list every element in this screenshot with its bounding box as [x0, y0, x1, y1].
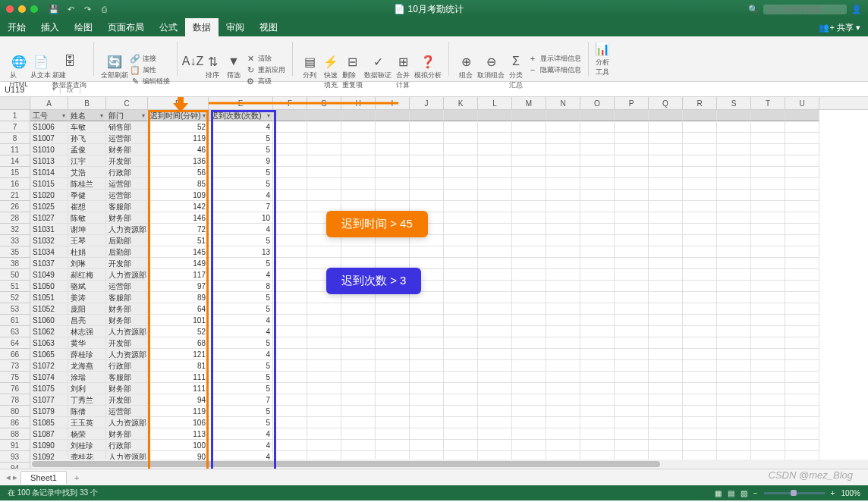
cell[interactable] [751, 383, 785, 394]
cell[interactable] [649, 224, 683, 235]
cell[interactable] [341, 372, 376, 383]
cell[interactable]: 陈倩 [68, 406, 106, 417]
cell[interactable] [717, 326, 751, 337]
cell[interactable] [717, 315, 751, 326]
row-header[interactable]: 32 [0, 224, 30, 235]
cell[interactable] [512, 383, 546, 394]
col-header-J[interactable]: J [410, 97, 444, 109]
cell[interactable] [444, 417, 478, 428]
cell[interactable] [478, 246, 512, 258]
cell[interactable] [410, 121, 444, 133]
cell[interactable] [615, 428, 649, 440]
cell[interactable] [273, 372, 307, 383]
cell[interactable] [717, 269, 751, 281]
cell[interactable] [580, 292, 615, 303]
cell[interactable] [512, 394, 546, 406]
cell[interactable] [717, 190, 751, 201]
cell[interactable] [751, 281, 785, 292]
menu-插入[interactable]: 插入 [33, 18, 67, 36]
sheet-nav[interactable]: ◂ ▸ [6, 472, 17, 482]
cell[interactable]: 52 [148, 121, 209, 133]
cell[interactable] [273, 337, 307, 349]
cell[interactable]: 5 [209, 372, 273, 383]
cell[interactable] [307, 406, 341, 417]
cell[interactable]: 运营部 [106, 133, 148, 144]
cell[interactable] [546, 201, 580, 212]
cell[interactable] [717, 349, 751, 360]
cell[interactable] [307, 246, 341, 258]
cell[interactable] [273, 326, 307, 337]
cell[interactable] [376, 121, 410, 133]
cell[interactable] [615, 258, 649, 269]
cell[interactable] [683, 303, 717, 315]
cell[interactable] [580, 440, 615, 451]
remove-duplicates-button[interactable]: ⊟删除 重复项 [342, 53, 363, 90]
cell[interactable]: S1085 [30, 417, 68, 428]
cell[interactable] [376, 110, 410, 121]
cell[interactable] [785, 372, 819, 383]
cell[interactable] [751, 349, 785, 360]
cell[interactable] [376, 178, 410, 190]
filter-dropdown-icon[interactable]: ▾ [267, 110, 270, 121]
row-header[interactable]: 64 [0, 337, 30, 349]
cell[interactable] [307, 360, 341, 372]
row-header[interactable]: 28 [0, 212, 30, 224]
cell[interactable] [376, 360, 410, 372]
cell[interactable]: 4 [209, 428, 273, 440]
cell[interactable] [683, 155, 717, 167]
cell[interactable]: 人力资源部 [106, 417, 148, 428]
cell[interactable] [478, 201, 512, 212]
cell[interactable] [478, 303, 512, 315]
cell[interactable]: 崔想 [68, 201, 106, 212]
cell[interactable]: 85 [148, 178, 209, 190]
cell[interactable] [683, 246, 717, 258]
cell[interactable]: 财务部 [106, 212, 148, 224]
cell[interactable] [444, 167, 478, 178]
cell[interactable] [683, 326, 717, 337]
view-break-icon[interactable]: ▧ [741, 489, 747, 497]
cell[interactable] [512, 372, 546, 383]
col-header-L[interactable]: L [478, 97, 512, 109]
cell[interactable] [649, 178, 683, 190]
cell[interactable] [580, 201, 615, 212]
cell[interactable] [410, 349, 444, 360]
row-header[interactable]: 35 [0, 246, 30, 258]
cell[interactable] [615, 190, 649, 201]
cell[interactable] [580, 406, 615, 417]
filter-dropdown-icon[interactable]: ▾ [62, 110, 65, 121]
cell[interactable] [615, 224, 649, 235]
row-header[interactable]: 33 [0, 235, 30, 246]
cell[interactable]: 后勤部 [106, 235, 148, 246]
cell[interactable] [478, 178, 512, 190]
cell[interactable] [751, 360, 785, 372]
cell[interactable] [410, 372, 444, 383]
sort-button[interactable]: ⇅排序 [203, 53, 222, 80]
cell[interactable]: 行政部 [106, 440, 148, 451]
cell[interactable]: 开发部 [106, 337, 148, 349]
cell[interactable] [683, 190, 717, 201]
cell[interactable]: 8 [209, 281, 273, 292]
cell[interactable]: S1050 [30, 281, 68, 292]
cell[interactable] [444, 201, 478, 212]
cell[interactable] [512, 110, 546, 121]
cell[interactable] [546, 269, 580, 281]
row-header[interactable]: 53 [0, 303, 30, 315]
cell[interactable]: S1052 [30, 303, 68, 315]
cell[interactable] [273, 258, 307, 269]
cell[interactable] [512, 440, 546, 451]
row-header[interactable]: 50 [0, 269, 30, 281]
cell[interactable] [341, 246, 376, 258]
cell[interactable] [717, 133, 751, 144]
cell[interactable] [307, 383, 341, 394]
cell[interactable]: S1087 [30, 428, 68, 440]
cell[interactable] [649, 417, 683, 428]
cell[interactable] [683, 394, 717, 406]
cell[interactable] [717, 440, 751, 451]
cell[interactable] [512, 281, 546, 292]
cell[interactable] [512, 337, 546, 349]
cell[interactable] [717, 406, 751, 417]
cell[interactable] [546, 246, 580, 258]
cell[interactable]: 运营部 [106, 406, 148, 417]
cell[interactable] [683, 349, 717, 360]
cell[interactable] [785, 360, 819, 372]
